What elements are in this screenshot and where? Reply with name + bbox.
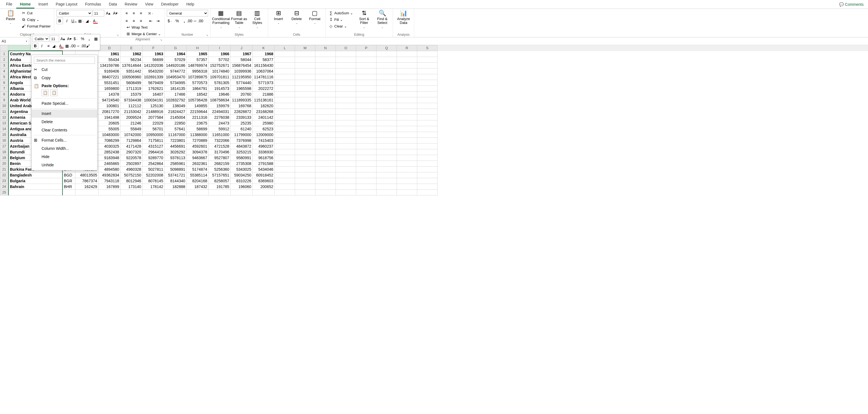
- cell[interactable]: 55385114: [187, 172, 209, 178]
- row-header[interactable]: 7: [0, 86, 8, 92]
- cell[interactable]: 22494031: [209, 109, 230, 115]
- cell[interactable]: 59034250: [230, 172, 253, 178]
- cell[interactable]: 112195950: [230, 74, 253, 80]
- cell[interactable]: [397, 132, 417, 138]
- cell[interactable]: [315, 178, 336, 184]
- cell[interactable]: [275, 92, 295, 97]
- mini-accounting-format[interactable]: $⌄: [73, 36, 79, 42]
- cell[interactable]: 8258057: [209, 178, 230, 184]
- cell[interactable]: 7270889: [187, 138, 209, 143]
- col-header-O[interactable]: O: [336, 45, 356, 51]
- spreadsheet-grid[interactable]: ABCDEFGHIJKLMNOPQRS 1Country Na196119621…: [0, 45, 868, 196]
- cell[interactable]: [417, 143, 438, 149]
- cell[interactable]: [417, 74, 438, 80]
- cell[interactable]: 2276038: [209, 115, 230, 120]
- cell[interactable]: [315, 57, 336, 63]
- wrap-text-button[interactable]: ↩Wrap Text: [125, 24, 162, 30]
- cell[interactable]: 60918452: [253, 172, 275, 178]
- context-search[interactable]: [34, 57, 95, 64]
- cell[interactable]: [356, 51, 376, 57]
- align-right-button[interactable]: ≡: [137, 18, 144, 24]
- cell[interactable]: [376, 68, 397, 74]
- row-header[interactable]: 14: [0, 126, 8, 132]
- cell[interactable]: [336, 161, 356, 167]
- cell[interactable]: 8012946: [121, 178, 143, 184]
- cell[interactable]: 2022272: [253, 86, 275, 92]
- cell[interactable]: [417, 109, 438, 115]
- align-bottom-button[interactable]: ≡: [137, 10, 144, 16]
- cell[interactable]: [417, 80, 438, 86]
- cell[interactable]: [295, 126, 315, 132]
- cell[interactable]: [295, 149, 315, 155]
- cell[interactable]: 156876454: [230, 63, 253, 68]
- cell[interactable]: 1965: [187, 51, 209, 57]
- cell[interactable]: 182888: [164, 184, 187, 190]
- row-header[interactable]: 11: [0, 109, 8, 115]
- cell[interactable]: [417, 115, 438, 120]
- cell[interactable]: [164, 190, 187, 196]
- cell[interactable]: 22029: [143, 120, 164, 126]
- cell[interactable]: 25235: [230, 120, 253, 126]
- cell[interactable]: [356, 178, 376, 184]
- cell[interactable]: 22159644: [187, 109, 209, 115]
- cell[interactable]: [417, 138, 438, 143]
- cell[interactable]: [295, 74, 315, 80]
- cell[interactable]: [295, 103, 315, 109]
- cell[interactable]: [417, 120, 438, 126]
- cell[interactable]: [356, 57, 376, 63]
- autosum-button[interactable]: ∑AutoSum ⌄: [328, 10, 354, 16]
- cell[interactable]: 2145004: [164, 115, 187, 120]
- cell[interactable]: 50752150: [121, 172, 143, 178]
- cell[interactable]: [417, 86, 438, 92]
- accounting-format-button[interactable]: $⌄: [167, 18, 174, 24]
- cell[interactable]: [376, 51, 397, 57]
- cell[interactable]: 11167000: [164, 132, 187, 138]
- cell[interactable]: [397, 126, 417, 132]
- cell[interactable]: 3170496: [209, 149, 230, 155]
- row-header[interactable]: 8: [0, 92, 8, 97]
- cell[interactable]: [209, 190, 230, 196]
- cell[interactable]: [397, 97, 417, 103]
- cell[interactable]: [376, 172, 397, 178]
- cell[interactable]: [63, 190, 75, 196]
- ribbon-tab-page-layout[interactable]: Page Layout: [52, 0, 81, 8]
- cell[interactable]: [275, 63, 295, 68]
- cell[interactable]: 8369603: [253, 178, 275, 184]
- row-header[interactable]: 18: [0, 149, 8, 155]
- cell[interactable]: 4030325: [98, 143, 121, 149]
- cell[interactable]: [417, 172, 438, 178]
- cell[interactable]: 61240: [230, 126, 253, 132]
- cell[interactable]: 167899: [98, 184, 121, 190]
- cell[interactable]: [315, 97, 336, 103]
- cell[interactable]: [336, 74, 356, 80]
- cell[interactable]: 12009000: [253, 132, 275, 138]
- cell[interactable]: Bangladesh: [8, 172, 63, 178]
- cell[interactable]: 21886: [253, 92, 275, 97]
- mini-font-size[interactable]: [50, 35, 59, 42]
- cell[interactable]: [275, 167, 295, 172]
- cell[interactable]: [336, 103, 356, 109]
- cell[interactable]: 19646: [209, 92, 230, 97]
- cell[interactable]: [397, 161, 417, 167]
- cell[interactable]: 4894580: [98, 167, 121, 172]
- cell[interactable]: [356, 126, 376, 132]
- cell[interactable]: [295, 155, 315, 161]
- cell[interactable]: [336, 86, 356, 92]
- cell[interactable]: 62523: [253, 126, 275, 132]
- cell[interactable]: [397, 120, 417, 126]
- cell[interactable]: 2852438: [98, 149, 121, 155]
- cell[interactable]: [336, 138, 356, 143]
- cell[interactable]: 3026292: [164, 149, 187, 155]
- col-header-J[interactable]: J: [230, 45, 253, 51]
- cell[interactable]: 21153042: [121, 109, 143, 115]
- mini-format-painter[interactable]: 🖌: [85, 43, 91, 49]
- mini-bold[interactable]: B: [32, 43, 38, 49]
- ribbon-tab-insert[interactable]: Insert: [34, 0, 52, 8]
- cell[interactable]: 7867374: [75, 178, 98, 184]
- cell[interactable]: 8144340: [164, 178, 187, 184]
- col-header-F[interactable]: F: [143, 45, 164, 51]
- cell[interactable]: 134159786: [98, 63, 121, 68]
- cell[interactable]: [376, 103, 397, 109]
- cell[interactable]: [397, 115, 417, 120]
- cell[interactable]: 7322066: [209, 138, 230, 143]
